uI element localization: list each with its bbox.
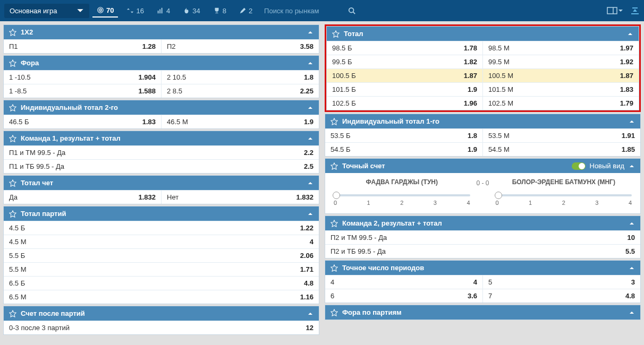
market-row: 5.5 Б2.06 (4, 248, 319, 262)
star-icon (9, 135, 16, 142)
market-cell[interactable]: 4.5 Б1.22 (4, 221, 319, 235)
chevron-up-icon[interactable] (307, 180, 313, 186)
market-cell[interactable]: 102.5 Б1.96 (327, 97, 482, 110)
svg-rect-4 (159, 9, 160, 13)
outcome-label: 54.5 Б (331, 145, 468, 153)
score-slider[interactable]: 01234 (496, 194, 632, 206)
market-cell[interactable]: 1 -8.51.588 (4, 84, 161, 98)
panel-title: Фора (21, 59, 39, 67)
panel-header[interactable]: Тотал чет (4, 176, 319, 190)
market-row: П11.28П23.58 (4, 39, 319, 53)
search-input[interactable] (264, 7, 344, 15)
market-cell[interactable]: 0-3 после 3 партий12 (4, 321, 319, 334)
tab-pen[interactable]: 2 (235, 5, 257, 17)
market-cell[interactable]: П1 и ТМ 99.5 - Да2.2 (4, 146, 319, 159)
market-cell[interactable]: 5.5 Б2.06 (4, 249, 319, 262)
market-cell[interactable]: 101.5 Б1.9 (327, 83, 482, 96)
panel-title: Фора по партиям (342, 308, 402, 316)
panel-header[interactable]: Точное число периодов (325, 261, 640, 275)
outcome-odds: 1.97 (620, 44, 633, 52)
outcome-label: 54.5 М (488, 145, 622, 153)
panel-header[interactable]: Точный счетНовый вид (325, 159, 640, 173)
panel-header[interactable]: Команда 1, результат + тотал (4, 131, 319, 145)
chevron-up-icon[interactable] (307, 211, 313, 217)
market-cell[interactable]: 53.5 М1.91 (482, 129, 640, 142)
market-cell[interactable]: 46.5 Б1.83 (4, 115, 161, 128)
market-cell[interactable]: 99.5 Б1.82 (327, 55, 482, 68)
tab-updown[interactable]: 16 (122, 5, 148, 17)
panel-header[interactable]: Счет после партий (4, 306, 319, 321)
market-panel: Фора по партиям (325, 305, 641, 320)
outcome-label: 4.5 М (9, 238, 310, 246)
panel-header[interactable]: Команда 2, результат + тотал (325, 216, 640, 230)
tab-trophy[interactable]: 8 (209, 5, 231, 17)
game-dropdown[interactable]: Основная игра (4, 4, 89, 18)
market-cell[interactable]: 101.5 М1.83 (482, 83, 639, 96)
market-cell[interactable]: 6.5 Б4.8 (4, 277, 319, 290)
tab-flame[interactable]: 34 (179, 5, 204, 17)
tab-target[interactable]: 70 (92, 4, 118, 18)
panel-title: 1X2 (21, 28, 33, 36)
search-icon[interactable] (348, 7, 355, 14)
market-cell[interactable]: 6.5 М1.16 (4, 290, 319, 304)
layout-button[interactable] (607, 7, 623, 14)
market-cell[interactable]: 98.5 Б1.78 (327, 41, 482, 55)
market-cell[interactable]: 4.5 М4 (4, 235, 319, 248)
market-cell[interactable]: 5.5 М1.71 (4, 263, 319, 276)
market-cell[interactable]: П2 и ТБ 99.5 - Да5.5 (325, 245, 640, 258)
market-cell[interactable]: 2 10.51.8 (161, 71, 319, 84)
chevron-up-icon[interactable] (307, 135, 313, 142)
chevron-up-icon[interactable] (307, 105, 313, 111)
score-slider[interactable]: 01234 (334, 194, 470, 206)
panel-header[interactable]: Тотал партий (4, 206, 319, 221)
chevron-up-icon[interactable] (629, 163, 635, 169)
market-cell[interactable]: 2 8.52.25 (161, 84, 319, 98)
chevron-up-icon[interactable] (307, 60, 313, 66)
collapse-button[interactable] (630, 6, 640, 15)
market-cell[interactable]: 53.5 Б1.8 (325, 129, 482, 142)
chevron-up-icon[interactable] (627, 31, 633, 37)
tab-bars[interactable]: 4 (152, 5, 174, 17)
panel-header[interactable]: Фора (4, 56, 319, 70)
market-cell[interactable]: 100.5 М1.87 (482, 69, 639, 82)
panel-header[interactable]: 1X2 (4, 25, 319, 39)
panel-header[interactable]: Фора по партиям (325, 305, 640, 320)
market-cell[interactable]: 54.5 Б1.9 (325, 143, 482, 156)
chevron-up-icon[interactable] (629, 265, 635, 271)
market-cell[interactable]: Да1.832 (4, 191, 161, 204)
market-cell[interactable]: 1 -10.51.904 (4, 71, 161, 84)
outcome-odds: 1.83 (620, 85, 633, 93)
panel-header[interactable]: Индивидуальный тотал 2-го (4, 100, 319, 115)
market-cell[interactable]: 99.5 М1.92 (482, 55, 639, 68)
new-view-toggle[interactable] (572, 162, 586, 170)
market-cell[interactable]: 102.5 М1.79 (482, 97, 639, 110)
outcome-label: 6.5 М (9, 293, 300, 301)
market-cell[interactable]: 54.5 М1.85 (482, 143, 640, 156)
chevron-up-icon[interactable] (307, 29, 313, 36)
chevron-up-icon[interactable] (307, 310, 313, 317)
market-cell[interactable]: 53 (482, 275, 640, 289)
outcome-odds: 1.9 (304, 118, 313, 126)
market-cell[interactable]: 74.8 (482, 289, 640, 303)
collapse-icon (630, 6, 640, 15)
panel-title: Точное число периодов (342, 264, 424, 272)
market-cell[interactable]: 98.5 М1.97 (482, 41, 639, 55)
panel-title: Тотал (344, 30, 363, 38)
market-row: 53.5 Б1.853.5 М1.91 (325, 128, 640, 142)
market-cell[interactable]: П11.28 (4, 40, 161, 53)
panel-header[interactable]: Тотал (327, 27, 639, 41)
market-cell[interactable]: П1 и ТБ 99.5 - Да2.5 (4, 160, 319, 173)
market-cell[interactable]: П23.58 (161, 40, 319, 53)
market-cell[interactable]: 63.6 (325, 289, 482, 303)
chevron-up-icon[interactable] (629, 220, 635, 227)
panel-header[interactable]: Индивидуальный тотал 1-го (325, 114, 640, 128)
star-icon (9, 310, 16, 317)
chevron-up-icon[interactable] (629, 309, 635, 316)
market-cell[interactable]: 100.5 Б1.87 (327, 69, 482, 82)
market-cell[interactable]: 44 (325, 275, 482, 289)
market-cell[interactable]: 46.5 М1.9 (161, 115, 319, 128)
outcome-label: 4.5 Б (9, 224, 300, 232)
market-cell[interactable]: П2 и ТМ 99.5 - Да10 (325, 231, 640, 244)
chevron-up-icon[interactable] (629, 118, 635, 125)
market-cell[interactable]: Нет1.832 (161, 191, 319, 204)
